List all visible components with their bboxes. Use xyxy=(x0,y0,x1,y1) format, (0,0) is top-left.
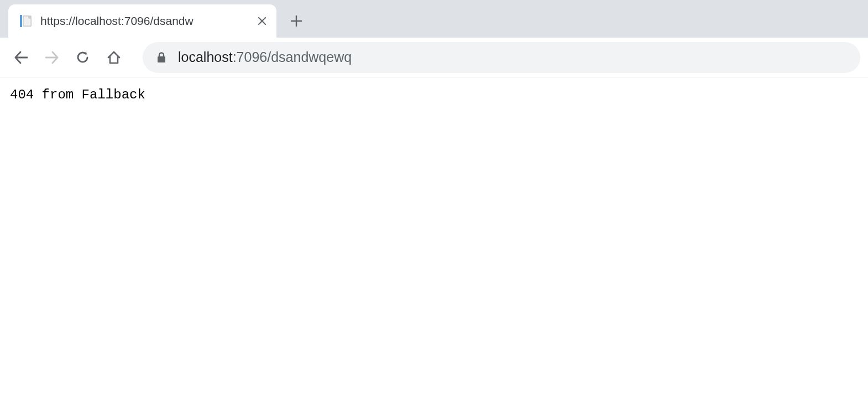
close-icon xyxy=(257,16,267,26)
arrow-right-icon xyxy=(44,49,60,66)
page-favicon xyxy=(18,13,34,29)
url-path: :7096/dsandwqewq xyxy=(233,49,352,65)
url-host: localhost xyxy=(178,49,233,65)
back-button[interactable] xyxy=(8,44,34,71)
home-button[interactable] xyxy=(101,44,127,71)
new-tab-button[interactable] xyxy=(282,7,311,35)
svg-rect-2 xyxy=(158,56,165,62)
tab-strip: https://localhost:7096/dsandw xyxy=(0,0,868,38)
page-content: 404 from Fallback xyxy=(0,77,868,112)
reload-button[interactable] xyxy=(70,44,96,71)
body-text: 404 from Fallback xyxy=(10,87,858,102)
close-tab-button[interactable] xyxy=(255,14,269,28)
svg-rect-0 xyxy=(20,15,22,27)
reload-icon xyxy=(75,50,91,65)
url-display: localhost:7096/dsandwqewq xyxy=(178,49,352,65)
address-bar[interactable]: localhost:7096/dsandwqewq xyxy=(143,42,860,73)
lock-icon xyxy=(156,52,167,63)
home-icon xyxy=(106,50,122,65)
forward-button xyxy=(39,44,65,71)
plus-icon xyxy=(290,15,302,27)
tab-title: https://localhost:7096/dsandw xyxy=(40,14,249,28)
browser-toolbar: localhost:7096/dsandwqewq xyxy=(0,38,868,77)
arrow-left-icon xyxy=(13,49,29,66)
browser-tab[interactable]: https://localhost:7096/dsandw xyxy=(8,4,276,38)
